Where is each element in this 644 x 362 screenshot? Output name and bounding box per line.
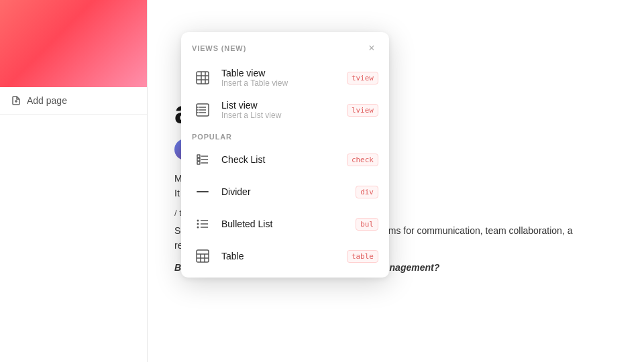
list-view-title: List view bbox=[221, 100, 347, 111]
divider-line-icon bbox=[197, 191, 209, 192]
svg-point-21 bbox=[197, 223, 199, 225]
table-view-title: Table view bbox=[221, 68, 347, 78]
add-page-icon bbox=[11, 95, 21, 106]
menu-item-bulleted-list[interactable]: Bulleted List bul bbox=[181, 208, 389, 240]
table-view-icon bbox=[192, 67, 213, 88]
add-page-label: Add page bbox=[27, 95, 67, 106]
table-shortcut: table bbox=[347, 250, 378, 263]
svg-rect-18 bbox=[197, 158, 200, 161]
list-view-content: List view Insert a List view bbox=[221, 100, 347, 120]
check-list-title: Check List bbox=[221, 154, 347, 165]
sidebar-top-gradient bbox=[0, 0, 147, 87]
table-icon bbox=[192, 245, 213, 267]
bulleted-list-icon bbox=[192, 213, 213, 235]
check-list-shortcut: check bbox=[347, 154, 378, 166]
divider-content: Divider bbox=[221, 186, 356, 197]
popular-section-label: Popular bbox=[181, 126, 389, 143]
table-view-shortcut: tview bbox=[347, 72, 378, 84]
svg-rect-19 bbox=[197, 162, 200, 164]
divider-shortcut: div bbox=[356, 186, 378, 198]
check-list-content: Check List bbox=[221, 154, 347, 165]
table-content: Table bbox=[221, 251, 347, 261]
sidebar: Add page bbox=[0, 0, 148, 362]
divider-title: Divider bbox=[221, 186, 356, 197]
svg-rect-17 bbox=[197, 155, 200, 158]
menu-item-list-view[interactable]: List view Insert a List view lview bbox=[181, 94, 389, 126]
list-view-shortcut: lview bbox=[347, 104, 378, 117]
bulleted-list-shortcut: bul bbox=[356, 218, 378, 231]
bulleted-list-content: Bulleted List bbox=[221, 219, 356, 229]
menu-item-table[interactable]: Table table bbox=[181, 240, 389, 272]
svg-point-22 bbox=[197, 227, 199, 229]
popup-title: Views (New) bbox=[192, 44, 246, 52]
views-popup: Views (New) × Table view Insert a Table … bbox=[181, 32, 389, 278]
check-list-icon bbox=[192, 149, 213, 170]
popup-header: Views (New) × bbox=[181, 32, 389, 62]
add-page-button[interactable]: Add page bbox=[0, 87, 147, 115]
list-view-subtitle: Insert a List view bbox=[221, 111, 347, 120]
popup-close-button[interactable]: × bbox=[365, 42, 378, 55]
close-icon: × bbox=[368, 42, 374, 54]
svg-rect-26 bbox=[197, 250, 209, 262]
menu-item-divider[interactable]: Divider div bbox=[181, 176, 389, 208]
table-view-content: Table view Insert a Table view bbox=[221, 68, 347, 88]
list-view-icon bbox=[192, 99, 213, 121]
menu-item-table-view[interactable]: Table view Insert a Table view tview bbox=[181, 62, 389, 94]
menu-item-check-list[interactable]: Check List check bbox=[181, 143, 389, 176]
svg-point-20 bbox=[197, 220, 199, 222]
table-view-subtitle: Insert a Table view bbox=[221, 78, 347, 88]
svg-rect-2 bbox=[197, 72, 209, 84]
divider-icon bbox=[192, 181, 213, 202]
bulleted-list-title: Bulleted List bbox=[221, 219, 356, 229]
table-title: Table bbox=[221, 251, 347, 261]
